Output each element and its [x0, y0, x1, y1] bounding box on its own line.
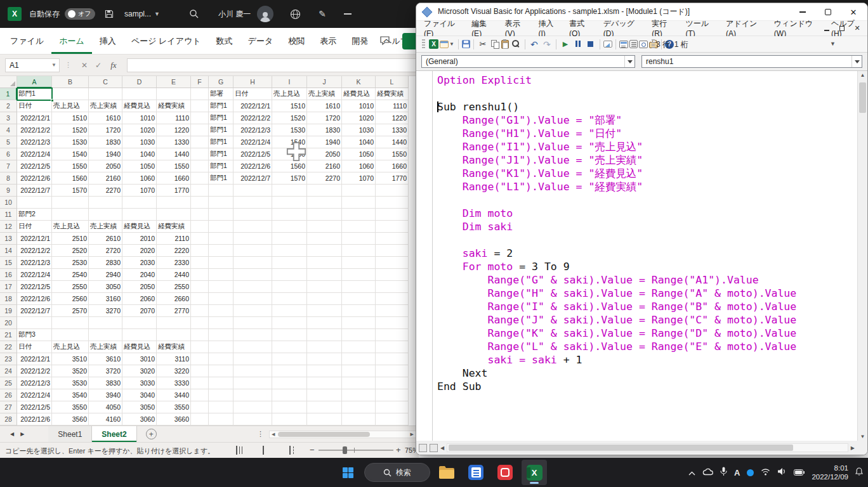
cell-J9[interactable]	[307, 185, 342, 197]
cell-L1[interactable]: 経費実績	[376, 88, 409, 100]
cell-H1[interactable]: 日付	[233, 88, 272, 100]
cell-K8[interactable]: 1070	[342, 172, 376, 185]
code-line-24[interactable]: End Sub	[437, 380, 857, 393]
cell-F23[interactable]	[191, 353, 209, 365]
cell-B3[interactable]: 1510	[52, 112, 89, 124]
horizontal-scrollbar[interactable]: ◀ ▶	[269, 431, 416, 438]
tray-expand-icon[interactable]	[688, 467, 695, 478]
cell-H26[interactable]	[233, 389, 272, 401]
cell-I9[interactable]	[272, 185, 307, 197]
code-line-10[interactable]	[437, 193, 857, 207]
row-header-20[interactable]: 20	[0, 317, 17, 329]
cell-C18[interactable]: 3160	[89, 293, 122, 305]
cell-H2[interactable]: 2022/12/1	[233, 100, 272, 112]
cell-F22[interactable]	[191, 341, 209, 353]
cell-G10[interactable]	[209, 197, 233, 209]
cell-K18[interactable]	[342, 293, 376, 305]
cell-H16[interactable]	[233, 269, 272, 281]
insert-userform-icon[interactable]	[440, 41, 449, 48]
row-header-11[interactable]: 11	[0, 209, 17, 221]
name-box-dropdown-icon[interactable]: ▼	[49, 62, 59, 68]
cell-G11[interactable]	[209, 209, 233, 221]
row-header-3[interactable]: 3	[0, 112, 17, 124]
name-box[interactable]: A1 ▼	[5, 58, 60, 72]
toolbar-grip[interactable]	[422, 39, 425, 49]
cell-A18[interactable]: 2022/12/6	[17, 293, 52, 305]
code-line-11[interactable]: Dim moto	[437, 207, 857, 220]
cell-C5[interactable]: 1830	[89, 136, 122, 148]
cell-F25[interactable]	[191, 377, 209, 389]
cell-F19[interactable]	[191, 305, 209, 317]
row-header-6[interactable]: 6	[0, 148, 17, 160]
cell-J25[interactable]	[307, 377, 342, 389]
cell-H3[interactable]: 2022/12/2	[233, 112, 272, 124]
sheet-nav-right-icon[interactable]: ▶	[20, 431, 24, 437]
cell-C9[interactable]: 2270	[89, 185, 122, 197]
mdi-minimize-button[interactable]	[820, 23, 833, 34]
globe-icon[interactable]	[290, 9, 301, 20]
cell-I6[interactable]: 1550	[272, 148, 307, 160]
cell-F2[interactable]	[191, 100, 209, 112]
cell-C14[interactable]: 2720	[89, 245, 122, 257]
cell-L14[interactable]	[376, 245, 409, 257]
cell-K10[interactable]	[342, 197, 376, 209]
cell-E7[interactable]: 1550	[157, 160, 191, 172]
vba-menu-item-3[interactable]: 挿入(I)	[534, 21, 564, 36]
cell-F15[interactable]	[191, 257, 209, 269]
insert-userform-dropdown-icon[interactable]: ▼	[449, 41, 454, 47]
cell-J17[interactable]	[307, 281, 342, 293]
cell-H19[interactable]	[233, 305, 272, 317]
cell-E5[interactable]: 1330	[157, 136, 191, 148]
cell-A14[interactable]: 2022/12/2	[17, 245, 52, 257]
mdi-restore-button[interactable]	[836, 23, 848, 34]
code-margin-bar[interactable]	[416, 71, 433, 441]
cell-E4[interactable]: 1220	[157, 124, 191, 136]
battery-icon[interactable]	[794, 467, 805, 478]
toolbar-grip-2[interactable]	[652, 39, 655, 49]
cell-E8[interactable]: 1660	[157, 172, 191, 185]
code-line-9[interactable]: Range("L1").Value = "経費実績"	[437, 180, 857, 193]
user-name[interactable]: 小川 慶一	[218, 9, 251, 20]
cell-F20[interactable]	[191, 317, 209, 329]
cell-E2[interactable]: 経費実績	[157, 100, 191, 112]
cell-G7[interactable]: 部門1	[209, 160, 233, 172]
cell-I25[interactable]	[272, 377, 307, 389]
scroll-down-icon[interactable]: ▼	[858, 434, 867, 439]
sheet-nav-left-icon[interactable]: ◀	[10, 431, 14, 437]
cell-L21[interactable]	[376, 329, 409, 341]
cell-D14[interactable]: 2020	[122, 245, 157, 257]
cell-G5[interactable]: 部門1	[209, 136, 233, 148]
cell-L17[interactable]	[376, 281, 409, 293]
cell-G28[interactable]	[209, 413, 233, 425]
cell-L22[interactable]	[376, 341, 409, 353]
code-line-16[interactable]: Range("G" & saki).Value = Range("A1").Va…	[437, 273, 857, 287]
cell-K17[interactable]	[342, 281, 376, 293]
code-vertical-scrollbar[interactable]: ▲ ▼	[857, 71, 867, 441]
cell-E16[interactable]: 2440	[157, 269, 191, 281]
vba-menu-item-5[interactable]: デバッグ(D)	[598, 21, 647, 36]
row-header-23[interactable]: 23	[0, 353, 17, 365]
cell-L12[interactable]	[376, 221, 409, 233]
cut-icon[interactable]	[477, 39, 489, 49]
cell-H23[interactable]	[233, 353, 272, 365]
cell-I15[interactable]	[272, 257, 307, 269]
save-icon[interactable]	[462, 40, 470, 48]
cell-C3[interactable]: 1610	[89, 112, 122, 124]
cell-J27[interactable]	[307, 401, 342, 413]
code-line-1[interactable]: Option Explicit	[437, 74, 857, 87]
cell-F28[interactable]	[191, 413, 209, 425]
cell-E26[interactable]: 3440	[157, 389, 191, 401]
toolbar-overflow-icon[interactable]: ▼	[830, 41, 836, 47]
cell-G14[interactable]	[209, 245, 233, 257]
row-header-12[interactable]: 12	[0, 221, 17, 233]
column-header-L[interactable]: L	[376, 76, 409, 88]
cell-D22[interactable]: 経費見込	[122, 341, 157, 353]
cell-C24[interactable]: 3720	[89, 365, 122, 377]
cell-H11[interactable]	[233, 209, 272, 221]
code-line-14[interactable]: saki = 2	[437, 247, 857, 260]
cell-D11[interactable]	[122, 209, 157, 221]
cell-I8[interactable]: 1570	[272, 172, 307, 185]
cell-C16[interactable]: 2940	[89, 269, 122, 281]
cell-I14[interactable]	[272, 245, 307, 257]
column-header-C[interactable]: C	[89, 76, 122, 88]
